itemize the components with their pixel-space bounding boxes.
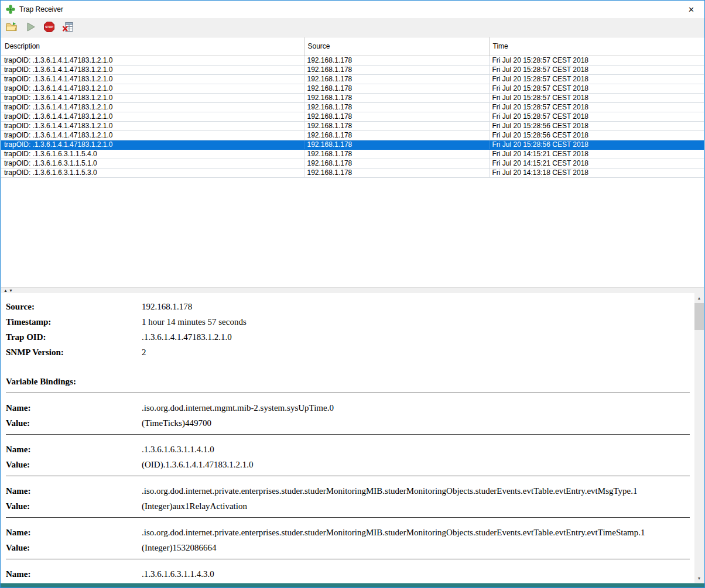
binding-value-label: Value: (6, 500, 142, 513)
column-header-source[interactable]: Source (304, 37, 489, 56)
cell-time[interactable]: Fri Jul 20 15:28:57 CEST 2018 (489, 84, 704, 93)
cell-description[interactable]: trapOID: .1.3.6.1.6.3.1.1.5.1.0 (1, 159, 304, 168)
cell-source[interactable]: 192.168.1.178 (304, 84, 489, 93)
separator-line (6, 517, 690, 518)
cell-source[interactable]: 192.168.1.178 (304, 93, 489, 102)
binding-name-value: .1.3.6.1.6.3.1.1.4.3.0 (142, 569, 214, 579)
table-row[interactable]: trapOID: .1.3.6.1.4.1.47183.1.2.1.0192.1… (1, 130, 704, 140)
binding-name: Name:.iso.org.dod.internet.private.enter… (6, 526, 694, 541)
trap-table-area: Description Source Time trapOID: .1.3.6.… (1, 37, 704, 287)
binding-name: Name:.1.3.6.1.6.3.1.1.4.3.0 (6, 568, 694, 583)
bindings-list: Name:.iso.org.dod.internet.mgmt.mib-2.sy… (6, 393, 694, 583)
cell-description[interactable]: trapOID: .1.3.6.1.4.1.47183.1.2.1.0 (1, 140, 304, 149)
separator-line (6, 434, 690, 435)
trap-table: Description Source Time trapOID: .1.3.6.… (1, 37, 704, 178)
cell-time[interactable]: Fri Jul 20 15:28:57 CEST 2018 (489, 102, 704, 112)
table-header-row: Description Source Time (1, 37, 704, 56)
cell-description[interactable]: trapOID: .1.3.6.1.4.1.47183.1.2.1.0 (1, 74, 304, 84)
binding-value-value: (TimeTicks)449700 (142, 418, 211, 428)
binding-name-label: Name: (6, 526, 142, 539)
close-button[interactable]: ✕ (678, 1, 704, 18)
cell-description[interactable]: trapOID: .1.3.6.1.4.1.47183.1.2.1.0 (1, 121, 304, 130)
cell-source[interactable]: 192.168.1.178 (304, 121, 489, 130)
cell-time[interactable]: Fri Jul 20 14:15:21 CEST 2018 (489, 149, 704, 159)
cell-source[interactable]: 192.168.1.178 (304, 149, 489, 159)
binding-name-value: .iso.org.dod.internet.mgmt.mib-2.system.… (142, 403, 334, 412)
binding-name-label: Name: (6, 568, 142, 580)
cell-source[interactable]: 192.168.1.178 (304, 140, 489, 149)
cell-time[interactable]: Fri Jul 20 15:28:56 CEST 2018 (489, 140, 704, 149)
cell-description[interactable]: trapOID: .1.3.6.1.6.3.1.1.5.4.0 (1, 149, 304, 159)
table-row[interactable]: trapOID: .1.3.6.1.6.3.1.1.5.4.0192.168.1… (1, 149, 704, 159)
binding-name-value: .1.3.6.1.6.3.1.1.4.1.0 (142, 445, 214, 454)
cell-description[interactable]: trapOID: .1.3.6.1.4.1.47183.1.2.1.0 (1, 56, 304, 65)
binding-value-label: Value: (6, 541, 142, 554)
detail-field-label: Timestamp: (6, 315, 142, 328)
cell-time[interactable]: Fri Jul 20 15:28:56 CEST 2018 (489, 130, 704, 140)
detail-field: SNMP Version:2 (6, 346, 694, 361)
column-header-description[interactable]: Description (1, 37, 304, 56)
start-button[interactable] (23, 20, 37, 35)
binding-value-value: (Integer)aux1RelayActivation (142, 501, 247, 511)
cell-time[interactable]: Fri Jul 20 15:28:56 CEST 2018 (489, 121, 704, 130)
cell-description[interactable]: trapOID: .1.3.6.1.4.1.47183.1.2.1.0 (1, 93, 304, 102)
cell-source[interactable]: 192.168.1.178 (304, 112, 489, 121)
cell-description[interactable]: trapOID: .1.3.6.1.6.3.1.1.5.3.0 (1, 168, 304, 177)
cell-time[interactable]: Fri Jul 20 15:28:57 CEST 2018 (489, 65, 704, 74)
details-scrollbar[interactable]: ▲ ▼ (694, 293, 704, 583)
clear-table-button[interactable] (61, 20, 75, 35)
table-row[interactable]: trapOID: .1.3.6.1.4.1.47183.1.2.1.0192.1… (1, 140, 704, 149)
cell-source[interactable]: 192.168.1.178 (304, 65, 489, 74)
table-row[interactable]: trapOID: .1.3.6.1.4.1.47183.1.2.1.0192.1… (1, 102, 704, 112)
scrollbar-thumb[interactable] (694, 303, 704, 330)
cell-time[interactable]: Fri Jul 20 14:15:21 CEST 2018 (489, 159, 704, 168)
table-row[interactable]: trapOID: .1.3.6.1.4.1.47183.1.2.1.0192.1… (1, 84, 704, 93)
detail-field-label: SNMP Version: (6, 346, 142, 359)
cell-time[interactable]: Fri Jul 20 15:28:57 CEST 2018 (489, 112, 704, 121)
table-row[interactable]: trapOID: .1.3.6.1.6.3.1.1.5.3.0192.168.1… (1, 168, 704, 177)
details-fields: Source:192.168.1.178Timestamp:1 hour 14 … (6, 300, 694, 361)
cell-time[interactable]: Fri Jul 20 15:28:57 CEST 2018 (489, 56, 704, 65)
cell-description[interactable]: trapOID: .1.3.6.1.4.1.47183.1.2.1.0 (1, 130, 304, 140)
cell-time[interactable]: Fri Jul 20 15:28:57 CEST 2018 (489, 93, 704, 102)
table-row[interactable]: trapOID: .1.3.6.1.4.1.47183.1.2.1.0192.1… (1, 56, 704, 65)
separator-line (6, 559, 690, 559)
binding-name-label: Name: (6, 401, 142, 414)
table-row[interactable]: trapOID: .1.3.6.1.4.1.47183.1.2.1.0192.1… (1, 93, 704, 102)
open-log-button[interactable] (5, 20, 19, 35)
table-row[interactable]: trapOID: .1.3.6.1.4.1.47183.1.2.1.0192.1… (1, 121, 704, 130)
stop-button[interactable]: STOP (42, 20, 56, 35)
binding-name: Name:.iso.org.dod.internet.mgmt.mib-2.sy… (6, 401, 694, 417)
cell-source[interactable]: 192.168.1.178 (304, 56, 489, 65)
table-row[interactable]: trapOID: .1.3.6.1.4.1.47183.1.2.1.0192.1… (1, 74, 704, 84)
cell-description[interactable]: trapOID: .1.3.6.1.4.1.47183.1.2.1.0 (1, 84, 304, 93)
cell-source[interactable]: 192.168.1.178 (304, 74, 489, 84)
scrollbar-down-icon[interactable]: ▼ (694, 573, 704, 583)
app-icon (6, 5, 15, 14)
cell-time[interactable]: Fri Jul 20 15:28:57 CEST 2018 (489, 74, 704, 84)
binding-name-label: Name: (6, 443, 142, 456)
table-row[interactable]: trapOID: .1.3.6.1.6.3.1.1.5.1.0192.168.1… (1, 159, 704, 168)
table-row[interactable]: trapOID: .1.3.6.1.4.1.47183.1.2.1.0192.1… (1, 112, 704, 121)
binding-name-value: .iso.org.dod.internet.private.enterprise… (142, 528, 645, 537)
cell-source[interactable]: 192.168.1.178 (304, 168, 489, 177)
splitter-collapse-up-icon[interactable]: ▲ (4, 288, 8, 293)
column-header-time[interactable]: Time (489, 37, 704, 56)
detail-field: Trap OID:.1.3.6.1.4.1.47183.1.2.1.0 (6, 331, 694, 346)
splitter[interactable]: ▲ ▼ (1, 287, 704, 293)
cell-source[interactable]: 192.168.1.178 (304, 159, 489, 168)
cell-time[interactable]: Fri Jul 20 14:13:18 CEST 2018 (489, 168, 704, 177)
bottom-strip (1, 583, 704, 587)
detail-field-value: 192.168.1.178 (142, 302, 192, 311)
trap-receiver-window: Trap Receiver ✕ (0, 0, 705, 588)
scrollbar-up-icon[interactable]: ▲ (694, 293, 704, 302)
cell-description[interactable]: trapOID: .1.3.6.1.4.1.47183.1.2.1.0 (1, 65, 304, 74)
play-icon (25, 21, 36, 35)
detail-field-value: 2 (142, 348, 146, 357)
cell-source[interactable]: 192.168.1.178 (304, 130, 489, 140)
table-row[interactable]: trapOID: .1.3.6.1.4.1.47183.1.2.1.0192.1… (1, 65, 704, 74)
splitter-collapse-down-icon[interactable]: ▼ (9, 288, 13, 293)
cell-description[interactable]: trapOID: .1.3.6.1.4.1.47183.1.2.1.0 (1, 102, 304, 112)
cell-description[interactable]: trapOID: .1.3.6.1.4.1.47183.1.2.1.0 (1, 112, 304, 121)
cell-source[interactable]: 192.168.1.178 (304, 102, 489, 112)
